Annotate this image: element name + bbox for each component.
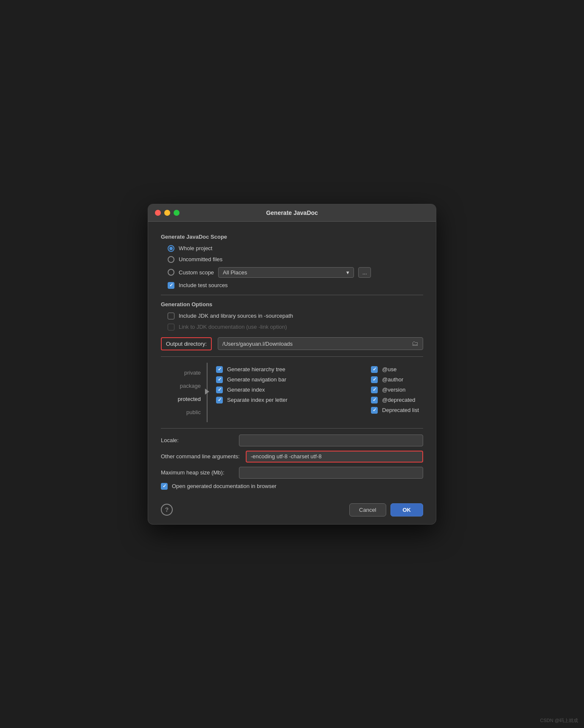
- scope-dropdown[interactable]: All Places ▾: [218, 267, 354, 278]
- radio-uncommitted-files[interactable]: Uncommitted files: [168, 256, 423, 263]
- tag-version-checkbox[interactable]: [371, 387, 378, 393]
- tag-use[interactable]: @use: [371, 366, 419, 373]
- tag-use-checkbox[interactable]: [371, 366, 378, 373]
- gen-hierarchy-tree[interactable]: Generate hierarchy tree: [216, 366, 358, 373]
- include-test-checkbox[interactable]: [168, 282, 174, 289]
- middle-section: private package protected public: [161, 363, 423, 422]
- gen-nav-bar[interactable]: Generate navigation bar: [216, 376, 358, 383]
- bottom-fields: Locale: Other command line arguments: -e…: [161, 435, 423, 490]
- hierarchy-tree-checkbox[interactable]: [216, 366, 223, 373]
- heap-label: Maximum heap size (Mb):: [161, 469, 233, 476]
- gen-index-checkbox[interactable]: [216, 387, 223, 393]
- visibility-private[interactable]: private: [161, 366, 201, 379]
- include-jdk-label: Include JDK and library sources in -sour…: [179, 313, 293, 319]
- help-icon: ?: [165, 506, 169, 513]
- visibility-protected[interactable]: protected: [161, 392, 201, 406]
- folder-icon: 🗂: [412, 340, 418, 347]
- cmdline-label: Other command line arguments:: [161, 453, 240, 460]
- title-bar: Generate JavaDoc: [148, 204, 436, 222]
- include-jdk-checkbox[interactable]: [168, 313, 174, 319]
- cmdline-input[interactable]: -encoding utf-8 -charset utf-8: [246, 451, 423, 463]
- tags-checkboxes-col: @use @author @version @deprecated Deprec…: [367, 363, 423, 422]
- generate-javadoc-dialog: Generate JavaDoc Generate JavaDoc Scope …: [148, 204, 436, 525]
- tag-author-checkbox[interactable]: [371, 376, 378, 383]
- cmdline-value: -encoding utf-8 -charset utf-8: [251, 453, 322, 460]
- radio-uncommitted-input[interactable]: [168, 256, 174, 263]
- include-jdk-option[interactable]: Include JDK and library sources in -sour…: [168, 313, 423, 319]
- close-button[interactable]: [155, 210, 161, 216]
- radio-whole-project[interactable]: Whole project: [168, 245, 423, 252]
- tag-use-label: @use: [382, 366, 396, 372]
- tag-deprecated[interactable]: @deprecated: [371, 397, 419, 404]
- separate-index[interactable]: Separate index per letter: [216, 397, 358, 404]
- visibility-package[interactable]: package: [161, 379, 201, 392]
- deprecated-list-checkbox[interactable]: [371, 407, 378, 414]
- tag-version[interactable]: @version: [371, 387, 419, 393]
- scope-section-header: Generate JavaDoc Scope: [161, 234, 423, 240]
- minimize-button[interactable]: [164, 210, 170, 216]
- ok-button[interactable]: OK: [390, 503, 424, 516]
- cancel-button[interactable]: Cancel: [349, 503, 386, 516]
- heap-row: Maximum heap size (Mb):: [161, 467, 423, 479]
- output-dir-label: Output directory:: [161, 337, 212, 350]
- scope-radio-group: Whole project Uncommitted files Custom s…: [168, 245, 423, 278]
- hierarchy-tree-label: Generate hierarchy tree: [227, 366, 285, 372]
- deprecated-list[interactable]: Deprecated list: [371, 407, 419, 414]
- tag-author[interactable]: @author: [371, 376, 419, 383]
- dialog-footer: ? Cancel OK: [148, 498, 436, 524]
- divider-1: [161, 295, 423, 295]
- radio-whole-project-label: Whole project: [179, 245, 212, 251]
- dialog-title: Generate JavaDoc: [266, 209, 318, 216]
- separate-index-label: Separate index per letter: [227, 397, 287, 403]
- scope-dropdown-value: All Places: [223, 269, 247, 276]
- options-checkboxes-col: Generate hierarchy tree Generate navigat…: [208, 363, 367, 422]
- cmdline-row: Other command line arguments: -encoding …: [161, 451, 423, 463]
- gen-options-header: Generation Options: [161, 301, 423, 308]
- radio-custom-label: Custom scope: [179, 269, 214, 276]
- gen-options-group: Include JDK and library sources in -sour…: [168, 313, 423, 330]
- nav-bar-checkbox[interactable]: [216, 376, 223, 383]
- radio-uncommitted-label: Uncommitted files: [179, 256, 222, 262]
- maximize-button[interactable]: [174, 210, 180, 216]
- open-browser-label: Open generated documentation in browser: [172, 483, 276, 489]
- heap-input[interactable]: [239, 467, 423, 479]
- tag-author-label: @author: [382, 376, 403, 383]
- radio-custom-scope[interactable]: Custom scope All Places ▾ ...: [168, 267, 423, 278]
- watermark: CSDN @码上就成: [540, 717, 578, 724]
- output-dir-input[interactable]: /Users/gaoyuan.l/Downloads 🗂: [218, 337, 423, 350]
- gen-index[interactable]: Generate index: [216, 387, 358, 393]
- radio-whole-project-input[interactable]: [168, 245, 174, 252]
- separate-index-checkbox[interactable]: [216, 397, 223, 404]
- gen-index-label: Generate index: [227, 387, 265, 393]
- dialog-content: Generate JavaDoc Scope Whole project Unc…: [148, 222, 436, 498]
- dialog-buttons: Cancel OK: [349, 503, 423, 516]
- divider-3: [161, 428, 423, 429]
- locale-label: Locale:: [161, 437, 233, 443]
- link-jdk-option[interactable]: Link to JDK documentation (use -link opt…: [168, 324, 423, 330]
- visibility-arrow-icon: [205, 389, 211, 396]
- tag-deprecated-checkbox[interactable]: [371, 397, 378, 404]
- link-jdk-checkbox[interactable]: [168, 324, 174, 330]
- scope-more-button[interactable]: ...: [358, 267, 371, 278]
- tag-version-label: @version: [382, 387, 405, 393]
- locale-row: Locale:: [161, 435, 423, 446]
- link-jdk-label: Link to JDK documentation (use -link opt…: [179, 324, 287, 330]
- scope-more-label: ...: [362, 269, 367, 276]
- open-browser-option[interactable]: Open generated documentation in browser: [161, 483, 423, 490]
- radio-custom-input[interactable]: [168, 269, 174, 276]
- visibility-public[interactable]: public: [161, 406, 201, 419]
- open-browser-checkbox[interactable]: [161, 483, 168, 490]
- traffic-lights: [155, 210, 180, 216]
- tag-deprecated-label: @deprecated: [382, 397, 415, 403]
- output-dir-value: /Users/gaoyuan.l/Downloads: [222, 341, 292, 347]
- divider-2: [161, 356, 423, 357]
- visibility-column: private package protected public: [161, 363, 208, 422]
- include-test-label: Include test sources: [179, 282, 228, 288]
- help-button[interactable]: ?: [161, 504, 173, 516]
- nav-bar-label: Generate navigation bar: [227, 376, 286, 383]
- locale-input[interactable]: [239, 435, 423, 446]
- deprecated-list-label: Deprecated list: [382, 407, 419, 413]
- include-test-sources[interactable]: Include test sources: [168, 282, 423, 289]
- chevron-down-icon: ▾: [346, 269, 349, 276]
- output-dir-row: Output directory: /Users/gaoyuan.l/Downl…: [161, 337, 423, 350]
